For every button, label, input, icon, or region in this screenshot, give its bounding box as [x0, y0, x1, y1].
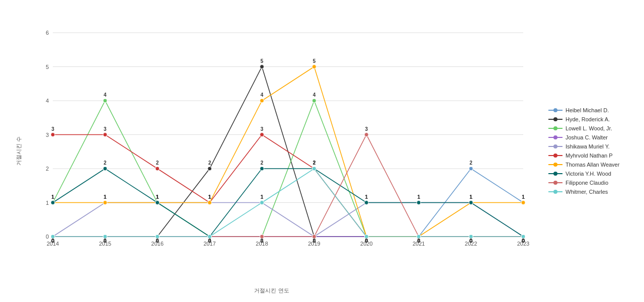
svg-point-191 [469, 201, 473, 205]
svg-text:5: 5 [261, 58, 264, 64]
legend: Heibel Michael D.Hyde, Roderick A.Lowell… [543, 0, 644, 302]
svg-text:6: 6 [46, 30, 49, 36]
svg-text:2: 2 [313, 160, 316, 166]
legend-label: Ishikawa Muriel Y. [566, 143, 610, 149]
svg-point-223 [260, 201, 264, 205]
svg-text:4: 4 [104, 92, 107, 98]
svg-point-163 [260, 99, 264, 103]
svg-text:2: 2 [46, 166, 49, 172]
legend-label: Lowell L. Wood, Jr. [566, 125, 612, 131]
svg-text:0: 0 [261, 238, 264, 244]
svg-text:3: 3 [261, 126, 264, 132]
svg-point-175 [51, 201, 55, 205]
svg-text:1: 1 [522, 194, 525, 200]
svg-text:1: 1 [417, 194, 420, 200]
legend-label: Filippone Claudio [566, 180, 608, 186]
svg-text:0: 0 [104, 238, 107, 244]
svg-point-173 [521, 201, 525, 205]
svg-text:1: 1 [104, 194, 107, 200]
svg-point-61 [208, 167, 212, 171]
legend-item: Myhrvold Nathan P [548, 153, 639, 159]
svg-text:3: 3 [51, 126, 54, 132]
svg-text:0: 0 [522, 238, 525, 244]
svg-text:0: 0 [46, 234, 49, 240]
svg-point-189 [417, 201, 421, 205]
svg-text:1: 1 [208, 194, 211, 200]
svg-point-207 [364, 133, 368, 137]
svg-point-85 [312, 99, 316, 103]
legend-item: Filippone Claudio [548, 180, 639, 186]
chart-svg: 0123456201420152016201720182019202020212… [30, 10, 533, 272]
svg-point-161 [208, 201, 212, 205]
legend-label: Victoria Y.H. Wood [566, 171, 611, 177]
legend-item: Whitmer, Charles [548, 189, 639, 195]
svg-point-77 [103, 99, 107, 103]
legend-label: Heibel Michael D. [566, 107, 609, 113]
svg-text:4: 4 [46, 98, 49, 104]
svg-text:4: 4 [261, 92, 264, 98]
chart-area: 거절시킨 수 012345620142015201620172018201920… [0, 0, 543, 302]
svg-text:2: 2 [261, 160, 264, 166]
x-axis-label: 거절시킨 연도 [254, 287, 289, 294]
legend-label: Whitmer, Charles [566, 189, 608, 195]
svg-text:1: 1 [156, 194, 159, 200]
svg-point-143 [260, 133, 264, 137]
svg-text:1: 1 [365, 194, 368, 200]
legend-label: Hyde, Roderick A. [566, 116, 610, 122]
svg-text:2: 2 [469, 160, 472, 166]
svg-point-139 [155, 167, 159, 171]
svg-text:3: 3 [365, 126, 368, 132]
y-axis-label: 거절시킨 수 [15, 136, 23, 166]
svg-text:0: 0 [469, 238, 472, 244]
legend-item: Heibel Michael D. [548, 107, 639, 113]
svg-text:5: 5 [46, 64, 49, 70]
svg-text:1: 1 [469, 194, 472, 200]
svg-text:0: 0 [208, 238, 211, 244]
legend-item: Ishikawa Muriel Y. [548, 143, 639, 149]
svg-point-63 [260, 65, 264, 69]
legend-item: Victoria Y.H. Wood [548, 171, 639, 177]
svg-text:2: 2 [156, 160, 159, 166]
svg-point-157 [103, 201, 107, 205]
legend-label: Thomas Allan Weaver [566, 162, 619, 168]
svg-point-225 [312, 167, 316, 171]
svg-text:0: 0 [313, 238, 316, 244]
svg-text:2: 2 [208, 160, 211, 166]
svg-text:0: 0 [156, 238, 159, 244]
svg-point-51 [469, 167, 473, 171]
svg-point-135 [51, 133, 55, 137]
legend-item: Hyde, Roderick A. [548, 116, 639, 122]
svg-point-183 [260, 167, 264, 171]
svg-text:4: 4 [313, 92, 316, 98]
chart-container: 거절시킨 수 012345620142015201620172018201920… [0, 0, 644, 302]
svg-text:1: 1 [46, 200, 49, 206]
legend-item: Thomas Allan Weaver [548, 162, 639, 168]
svg-text:0: 0 [417, 238, 420, 244]
svg-point-137 [103, 133, 107, 137]
svg-text:0: 0 [51, 238, 54, 244]
legend-item: Joshua C. Walter [548, 134, 639, 140]
svg-point-179 [155, 201, 159, 205]
legend-label: Myhrvold Nathan P [566, 153, 613, 159]
svg-point-187 [364, 201, 368, 205]
svg-text:1: 1 [51, 194, 54, 200]
svg-text:3: 3 [104, 126, 107, 132]
legend-label: Joshua C. Walter [566, 134, 608, 140]
svg-point-165 [312, 65, 316, 69]
svg-text:5: 5 [313, 58, 316, 64]
svg-text:1: 1 [261, 194, 264, 200]
svg-text:3: 3 [46, 132, 49, 138]
svg-text:2: 2 [104, 160, 107, 166]
svg-point-177 [103, 167, 107, 171]
svg-text:0: 0 [365, 238, 368, 244]
legend-item: Lowell L. Wood, Jr. [548, 125, 639, 131]
